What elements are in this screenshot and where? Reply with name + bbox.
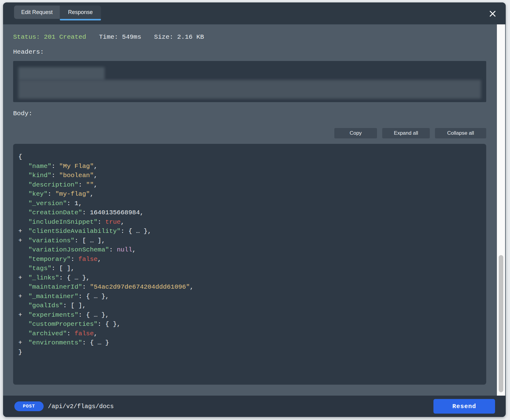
modal-footer: POST /api/v2/flags/docs Resend [3,396,506,417]
json-line: "kind": "boolean", [18,171,480,180]
json-token-key: "maintainerId" [28,283,82,290]
json-token-punct: : [ ], [63,302,86,309]
json-token-key: "key" [28,190,48,198]
expand-all-button[interactable]: Expand all [382,128,430,138]
json-token-punct: : { … }, [59,274,90,281]
json-line: "tags": [ ], [18,264,480,273]
json-line: "name": "My Flag", [18,162,480,171]
request-path: /api/v2/flags/docs [48,403,114,410]
json-token-num: 1 [74,200,78,207]
json-token-key: "creationDate" [28,209,82,216]
json-token-punct: : { }, [98,321,121,328]
json-token-punct: : [52,172,59,179]
json-token-null: null [117,246,132,253]
json-token-key: "temporary" [28,256,71,263]
scrollbar-thumb[interactable] [499,255,503,392]
json-line: { [18,152,480,162]
json-token-punct: : [48,190,55,198]
json-token-num: 1640135668984 [90,209,140,216]
json-token-key: "archived" [28,330,67,337]
json-token-punct: : [78,181,86,188]
json-token-punct: : { … } [82,339,109,346]
json-token-punct: , [94,330,98,337]
resend-button[interactable]: Resend [433,399,495,414]
json-token-punct: : [52,163,59,170]
json-token-key: "includeInSnippet" [28,219,98,226]
json-token-punct: , [140,209,144,216]
json-token-punct: : [82,283,90,290]
json-line: "_version": 1, [18,199,480,208]
tab-group: Edit Request Response [14,5,101,19]
expand-toggle-icon[interactable]: + [18,273,28,283]
json-token-str: "54ac2d97de674204ddd61096" [90,283,190,290]
json-token-str: "My Flag" [59,163,94,170]
json-token-punct: : { … }, [120,228,151,235]
redacted-header-content [18,80,481,99]
json-token-punct: : [98,219,105,226]
json-token-punct: , [132,246,136,253]
body-label: Body: [13,110,486,117]
json-token-punct: , [90,190,94,198]
json-token-bool: false [74,330,94,337]
response-body-box: {"name": "My Flag","kind": "boolean","de… [13,144,486,385]
json-line: "customProperties": { }, [18,320,480,329]
json-line: "variationJsonSchema": null, [18,245,480,255]
expand-toggle-icon[interactable]: + [18,311,28,320]
api-response-modal: Edit Request Response Status: 201 Create… [3,2,506,417]
json-line: "temporary": false, [18,255,480,264]
json-line: +"environments": { … } [18,338,480,348]
json-line: +"clientSideAvailability": { … }, [18,227,480,236]
status-code: Status: 201 Created [13,34,86,41]
json-token-bool: true [105,219,120,226]
json-token-key: "name" [28,163,52,170]
close-button[interactable] [489,10,497,18]
headers-label: Headers: [13,48,486,55]
json-token-punct: : [109,246,117,253]
scrollbar-track[interactable] [497,24,505,396]
json-token-punct: , [94,172,98,179]
json-token-punct: : [71,256,78,263]
json-line: +"variations": [ … ], [18,236,480,246]
json-line: "includeInSnippet": true, [18,218,480,227]
json-token-punct: , [98,256,102,263]
expand-toggle-icon[interactable]: + [18,338,28,348]
body-actions: Copy Expand all Collapse all [13,128,486,138]
response-time: Time: 549ms [99,34,141,41]
response-size: Size: 2.16 KB [154,34,204,41]
json-line: "description": "", [18,180,480,190]
json-token-bool: false [78,256,98,263]
close-icon [489,10,497,18]
json-line: "archived": false, [18,329,480,339]
json-token-punct: , [190,283,194,290]
response-json: {"name": "My Flag","kind": "boolean","de… [18,152,480,357]
tab-edit-request[interactable]: Edit Request [14,5,60,19]
expand-toggle-icon[interactable]: + [18,236,28,246]
json-token-punct: : [67,330,74,337]
json-token-punct: : { … }, [78,293,109,300]
json-token-punct: } [18,349,22,356]
json-token-punct: , [94,181,98,188]
json-token-key: "goalIds" [28,302,63,309]
tab-edit-request-label: Edit Request [21,9,52,16]
json-token-key: "_version" [28,200,67,207]
json-line: +"_maintainer": { … }, [18,292,480,301]
redacted-header-content [18,67,105,80]
json-token-punct: , [94,163,98,170]
json-token-key: "environments" [28,339,82,346]
json-token-key: "kind" [28,172,52,179]
expand-toggle-icon[interactable]: + [18,227,28,236]
tab-response-label: Response [68,9,93,16]
tab-response[interactable]: Response [60,5,101,19]
json-token-key: "variationJsonSchema" [28,246,109,253]
expand-toggle-icon[interactable]: + [18,292,28,301]
copy-button[interactable]: Copy [334,128,377,138]
response-panel: Status: 201 Created Time: 549ms Size: 2.… [3,24,506,396]
json-token-punct: : [82,209,90,216]
json-token-punct: , [78,200,82,207]
json-token-key: "_maintainer" [28,293,78,300]
json-line: +"experiments": { … }, [18,311,480,320]
json-token-punct: { [18,153,22,160]
collapse-all-button[interactable]: Collapse all [435,128,486,138]
json-token-key: "tags" [28,265,52,272]
json-line: "maintainerId": "54ac2d97de674204ddd6109… [18,283,480,292]
